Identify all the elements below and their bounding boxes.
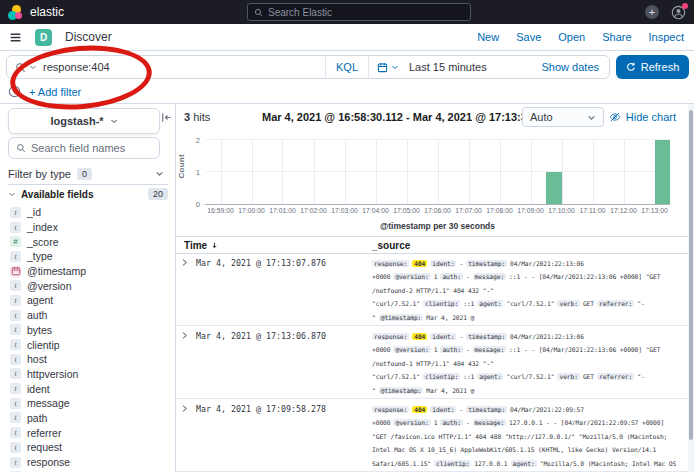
field-item-clientip[interactable]: tclientip bbox=[0, 337, 175, 352]
source-field-name: @version: bbox=[393, 273, 430, 280]
source-field-name: referrer: bbox=[597, 373, 634, 380]
histogram-bar[interactable] bbox=[655, 140, 671, 204]
filter-icon[interactable] bbox=[8, 85, 21, 98]
nav-action-save[interactable]: Save bbox=[516, 31, 541, 43]
source-field-value: - bbox=[466, 419, 470, 426]
gridline bbox=[376, 140, 377, 204]
field-item-auth[interactable]: tauth bbox=[0, 308, 175, 323]
field-item-referrer[interactable]: treferrer bbox=[0, 425, 175, 440]
add-filter-button[interactable]: + Add filter bbox=[29, 86, 81, 98]
field-name: @version bbox=[27, 280, 72, 292]
available-fields-header[interactable]: Available fields 20 bbox=[8, 188, 168, 200]
field-name: _score bbox=[27, 236, 59, 248]
hide-chart-button[interactable]: Hide chart bbox=[609, 111, 676, 123]
date-field-icon bbox=[10, 266, 21, 277]
expand-row-icon[interactable] bbox=[176, 326, 196, 398]
text-field-icon: t bbox=[10, 295, 21, 306]
x-tick-label: 17:03:00 bbox=[331, 207, 357, 214]
refresh-button[interactable]: Refresh bbox=[616, 55, 689, 79]
avatar[interactable] bbox=[671, 5, 686, 20]
hits-count: 3 hits bbox=[184, 111, 210, 123]
field-name: auth bbox=[27, 309, 47, 321]
query-text[interactable]: response:404 bbox=[43, 61, 325, 73]
field-item-@version[interactable]: t@version bbox=[0, 278, 175, 293]
expand-row-icon[interactable] bbox=[176, 253, 196, 325]
collapse-sidebar-icon[interactable] bbox=[161, 112, 172, 123]
text-field-icon: t bbox=[10, 339, 21, 350]
source-field-name: verb: bbox=[557, 373, 579, 380]
field-item-agent[interactable]: tagent bbox=[0, 293, 175, 308]
chevron-down-icon bbox=[391, 63, 399, 71]
field-item-_id[interactable]: t_id bbox=[0, 205, 175, 220]
expand-row-icon[interactable] bbox=[176, 399, 196, 471]
field-item-ident[interactable]: tident bbox=[0, 381, 175, 396]
scrollbar[interactable] bbox=[688, 104, 694, 472]
field-item-response[interactable]: tresponse bbox=[0, 455, 175, 470]
source-field-value: GET bbox=[583, 373, 594, 380]
discover-app-icon[interactable]: D bbox=[35, 29, 52, 46]
chevron-down-icon bbox=[110, 117, 118, 125]
highlighted-value: 404 bbox=[412, 260, 427, 267]
time-range-label[interactable]: Last 15 minutes bbox=[409, 61, 542, 73]
plus-circle-icon[interactable]: + bbox=[645, 5, 659, 19]
source-field-value: - bbox=[459, 406, 463, 413]
nav-action-open[interactable]: Open bbox=[558, 31, 585, 43]
field-item-_type[interactable]: t_type bbox=[0, 249, 175, 264]
saved-query-menu[interactable] bbox=[7, 62, 43, 73]
nav-actions: NewSaveOpenShareInspect bbox=[477, 31, 684, 43]
x-tick-label: 17:06:00 bbox=[424, 207, 450, 214]
gridline bbox=[252, 140, 253, 204]
field-item-httpversion[interactable]: thttpversion bbox=[0, 367, 175, 382]
search-icon bbox=[16, 143, 26, 153]
field-item-path[interactable]: tpath bbox=[0, 411, 175, 426]
index-pattern-select[interactable]: logstash-* bbox=[8, 108, 160, 134]
field-item-bytes[interactable]: tbytes bbox=[0, 323, 175, 338]
field-search-input[interactable]: Search field names bbox=[8, 137, 160, 159]
field-name: httpversion bbox=[27, 368, 78, 380]
source-field-name: response: bbox=[372, 260, 409, 267]
gridline bbox=[593, 140, 594, 204]
field-item-message[interactable]: tmessage bbox=[0, 396, 175, 411]
elastic-logo-icon[interactable] bbox=[8, 5, 23, 20]
refresh-icon bbox=[626, 62, 636, 72]
histogram-bar[interactable] bbox=[546, 172, 562, 204]
table-row: Mar 4, 2021 @ 17:13:07.876response:404id… bbox=[176, 253, 688, 326]
field-item-host[interactable]: thost bbox=[0, 352, 175, 367]
x-tick-label: 17:12:00 bbox=[610, 207, 636, 214]
global-header: elastic Search Elastic + bbox=[0, 0, 694, 24]
source-field-value: "curl/7.52.1" bbox=[506, 373, 554, 380]
gridline bbox=[314, 140, 315, 204]
query-language-button[interactable]: KQL bbox=[325, 56, 368, 78]
field-item-_score[interactable]: #_score bbox=[0, 234, 175, 249]
gridline bbox=[221, 140, 222, 204]
date-quick-select[interactable] bbox=[369, 62, 403, 73]
menu-icon[interactable] bbox=[9, 31, 22, 44]
gridline bbox=[469, 140, 470, 204]
field-item-@timestamp[interactable]: @timestamp bbox=[0, 264, 175, 279]
row-time: Mar 4, 2021 @ 17:09:58.278 bbox=[196, 399, 372, 471]
nav-action-inspect[interactable]: Inspect bbox=[649, 31, 684, 43]
scrollbar-thumb[interactable] bbox=[689, 110, 693, 440]
nav-action-new[interactable]: New bbox=[477, 31, 499, 43]
global-search-input[interactable]: Search Elastic bbox=[247, 3, 471, 21]
query-input[interactable]: response:404 KQL Last 15 minutes Show da… bbox=[6, 55, 610, 79]
interval-select[interactable]: Auto bbox=[522, 107, 604, 127]
column-header-time[interactable]: Time bbox=[184, 240, 372, 251]
gridline bbox=[500, 140, 501, 204]
field-item-request[interactable]: trequest bbox=[0, 440, 175, 455]
y-tick-label: 0 bbox=[182, 200, 200, 209]
gridline bbox=[562, 140, 563, 204]
source-field-name: message: bbox=[473, 419, 507, 426]
source-field-value: ::1 bbox=[463, 300, 474, 307]
show-dates-button[interactable]: Show dates bbox=[542, 61, 599, 73]
nav-action-share[interactable]: Share bbox=[602, 31, 631, 43]
search-icon bbox=[254, 8, 263, 17]
fields-sidebar: logstash-* Search field names Filter by … bbox=[0, 104, 176, 472]
source-field-name: agent: bbox=[477, 300, 503, 307]
field-list: t_idt_index#_scoret_type@timestampt@vers… bbox=[0, 205, 175, 472]
source-field-name: @timestamp: bbox=[379, 314, 424, 321]
field-item-_index[interactable]: t_index bbox=[0, 220, 175, 235]
filter-by-type[interactable]: Filter by type 0 bbox=[8, 163, 168, 185]
x-tick-label: 17:07:00 bbox=[455, 207, 481, 214]
field-name: referrer bbox=[27, 427, 61, 439]
